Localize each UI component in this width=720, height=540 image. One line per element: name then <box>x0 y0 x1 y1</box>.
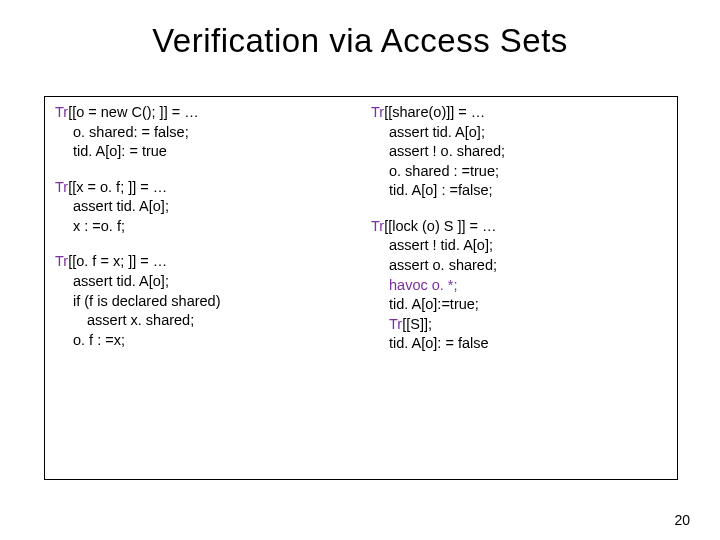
rule-share: Tr[[share(o)]] = … assert tid. A[o]; ass… <box>371 103 667 201</box>
rule-line: x : =o. f; <box>55 217 351 237</box>
tr-keyword: Tr <box>371 218 384 234</box>
rule-line: o. shared : =true; <box>371 162 667 182</box>
rule-line: tid. A[o]: = false <box>371 334 667 354</box>
rule-line: o. shared: = false; <box>55 123 351 143</box>
page-number: 20 <box>674 512 690 528</box>
rule-text: [[share(o)]] = … <box>384 104 485 120</box>
tr-keyword: Tr <box>389 316 402 332</box>
rule-line: assert tid. A[o]; <box>371 123 667 143</box>
rule-line: assert o. shared; <box>371 256 667 276</box>
rule-read: Tr[[x = o. f; ]] = … assert tid. A[o]; x… <box>55 178 351 237</box>
havoc-line: havoc o. *; <box>371 276 667 296</box>
rule-line: tid. A[o] : =false; <box>371 181 667 201</box>
rule-line: tid. A[o]: = true <box>55 142 351 162</box>
rule-text: [[o = new C(); ]] = … <box>68 104 199 120</box>
tr-keyword: Tr <box>55 179 68 195</box>
rule-line: assert ! tid. A[o]; <box>371 236 667 256</box>
tr-keyword: Tr <box>55 253 68 269</box>
rule-text: [[o. f = x; ]] = … <box>68 253 167 269</box>
rule-line: assert x. shared; <box>55 311 351 331</box>
rule-text: [[x = o. f; ]] = … <box>68 179 167 195</box>
rule-line: assert tid. A[o]; <box>55 272 351 292</box>
rule-text: [[S]]; <box>402 316 432 332</box>
rule-line: o. f : =x; <box>55 331 351 351</box>
rule-new: Tr[[o = new C(); ]] = … o. shared: = fal… <box>55 103 351 162</box>
rule-write: Tr[[o. f = x; ]] = … assert tid. A[o]; i… <box>55 252 351 350</box>
tr-keyword: Tr <box>55 104 68 120</box>
rule-text: [[lock (o) S ]] = … <box>384 218 496 234</box>
right-column: Tr[[share(o)]] = … assert tid. A[o]; ass… <box>361 97 677 479</box>
tr-keyword: Tr <box>371 104 384 120</box>
content-box: Tr[[o = new C(); ]] = … o. shared: = fal… <box>44 96 678 480</box>
rule-lock: Tr[[lock (o) S ]] = … assert ! tid. A[o]… <box>371 217 667 354</box>
rule-line: assert ! o. shared; <box>371 142 667 162</box>
page-title: Verification via Access Sets <box>0 0 720 80</box>
rule-line: assert tid. A[o]; <box>55 197 351 217</box>
rule-line: tid. A[o]:=true; <box>371 295 667 315</box>
rule-line: if (f is declared shared) <box>55 292 351 312</box>
left-column: Tr[[o = new C(); ]] = … o. shared: = fal… <box>45 97 361 479</box>
